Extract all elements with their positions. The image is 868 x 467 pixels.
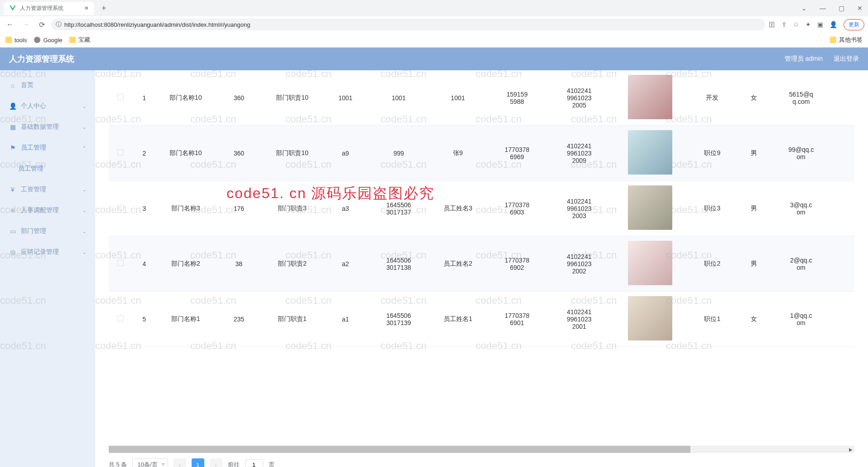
app-title: 人力资源管理系统 [9, 54, 74, 64]
share-icon[interactable]: ⇪ [781, 21, 787, 28]
content-area: 1 部门名称10 360 部门职责10 1001 1001 1001 15915… [95, 70, 868, 467]
chevron-down-icon: ⌄ [82, 104, 86, 109]
cell-avatar [612, 70, 689, 126]
cell-num1: 38 [215, 236, 263, 292]
cell-avatar [612, 292, 689, 347]
scroll-thumb[interactable] [109, 446, 690, 453]
row-checkbox[interactable] [117, 149, 124, 156]
next-page-button[interactable]: › [210, 458, 222, 467]
table-wrapper[interactable]: 1 部门名称10 360 部门职责10 1001 1001 1001 15915… [109, 70, 854, 445]
cell-position: 职位1 [689, 292, 736, 347]
page-size-select[interactable]: 10条/页 [132, 458, 168, 467]
prev-page-button[interactable]: ‹ [174, 458, 186, 467]
goto-prefix: 前往 [228, 461, 240, 467]
cell-code3: 张9 [428, 126, 487, 181]
cell-num1: 235 [215, 292, 263, 347]
goto-suffix: 页 [269, 461, 275, 467]
sidebar-item-recruit[interactable]: ◎应聘记录管理⌄ [0, 242, 95, 263]
cell-code3: 员工姓名3 [428, 181, 487, 236]
maximize-icon[interactable]: ▢ [837, 3, 846, 14]
user-icon: 👤 [9, 102, 16, 110]
bookmark-treasure[interactable]: 宝藏 [69, 36, 90, 44]
new-tab-button[interactable]: + [98, 4, 110, 13]
chevron-down-icon[interactable]: ⌄ [800, 3, 809, 14]
cell-idcard: 4102241 9961023 2002 [547, 236, 612, 292]
minimize-icon[interactable]: — [818, 3, 828, 14]
close-window-icon[interactable]: ✕ [855, 3, 864, 14]
submenu-employee[interactable]: 员工管理 [0, 158, 95, 179]
cell-gender: 女 [736, 70, 772, 126]
sidebar-item-basedata[interactable]: ▦基础数据管理⌄ [0, 117, 95, 137]
url-input[interactable]: ⓘ http://localhost:8080/renliziyuanguanl… [51, 19, 765, 30]
sidebar-item-profile[interactable]: 👤个人中心⌄ [0, 96, 95, 117]
flag-icon: ⚑ [9, 144, 16, 151]
cell-code2: 1645506 3017138 [369, 236, 429, 292]
cell-phone: 1770378 6903 [487, 181, 547, 236]
bookmark-tools[interactable]: tools [5, 37, 27, 44]
cell-code3: 员工姓名1 [428, 292, 487, 347]
cell-email: 99@qq.c om [772, 126, 831, 181]
cell-email: 1@qq.c om [772, 292, 831, 347]
row-checkbox[interactable] [117, 315, 124, 321]
sidebar-item-hr[interactable]: ≡人事调配管理⌄ [0, 200, 95, 221]
reload-button[interactable]: ⟳ [36, 19, 48, 31]
cell-idcard: 4102241 9961023 2003 [547, 181, 612, 236]
cell-phone: 159159 5988 [487, 70, 547, 126]
close-icon[interactable]: ✕ [84, 5, 89, 11]
sidebar-item-home[interactable]: ⌂首页 [0, 75, 95, 96]
back-button[interactable]: ← [4, 19, 16, 30]
cell-gender: 男 [736, 181, 772, 236]
cell-avatar [612, 126, 689, 181]
horizontal-scrollbar[interactable]: ◀ ▶ [109, 446, 854, 453]
profile-icon[interactable]: 👤 [829, 21, 837, 28]
table-row: 3 部门名称3 176 部门职责3 a3 1645506 3017137 员工姓… [109, 181, 854, 236]
tab-bar: 人力资源管理系统 ✕ + ⌄ — ▢ ✕ [0, 0, 868, 16]
sidebar-item-dept[interactable]: ▭部门管理⌄ [0, 221, 95, 242]
cell-dept: 部门名称1 [156, 292, 216, 347]
cell-idcard: 4102241 9961023 2009 [547, 126, 612, 181]
avatar-image [628, 130, 672, 175]
row-checkbox[interactable] [117, 94, 124, 100]
extension-icon[interactable]: ✦ [805, 21, 811, 28]
cell-phone: 1770378 6901 [487, 292, 547, 347]
cell-code1: a3 [322, 181, 369, 236]
goto-input[interactable] [245, 459, 263, 467]
panel-icon[interactable]: ▣ [817, 21, 823, 28]
cell-avatar [612, 236, 689, 292]
cell-gender: 男 [736, 126, 772, 181]
page-1-button[interactable]: 1 [192, 458, 204, 467]
info-icon: ⓘ [56, 20, 62, 29]
logout-button[interactable]: 退出登录 [834, 55, 859, 63]
cell-duty: 部门职责10 [263, 126, 322, 181]
cell-num1: 176 [215, 181, 263, 236]
cell-duty: 部门职责10 [263, 70, 322, 126]
bookmark-other[interactable]: 其他书签 [830, 36, 863, 44]
cell-phone: 1770378 6969 [487, 126, 547, 181]
avatar-image [628, 241, 672, 285]
address-bar: ← → ⟳ ⓘ http://localhost:8080/renliziyua… [0, 16, 868, 33]
sidebar-item-salary[interactable]: ¥工资管理⌄ [0, 179, 95, 200]
grid-icon: ▦ [9, 123, 16, 131]
cell-code2: 1001 [369, 70, 429, 126]
key-icon[interactable]: ⚿ [769, 21, 775, 28]
update-button[interactable]: 更新 [844, 19, 864, 30]
cell-num1: 360 [215, 126, 263, 181]
admin-label[interactable]: 管理员 admin [785, 55, 823, 63]
cell-duty: 部门职责2 [263, 236, 322, 292]
folder-icon [69, 37, 76, 43]
chevron-down-icon: ⌄ [82, 229, 86, 234]
record-icon: ◎ [9, 248, 16, 256]
row-checkbox[interactable] [117, 260, 124, 266]
cell-email: 5615@q q.com [772, 70, 831, 126]
star-icon[interactable]: ☆ [793, 21, 799, 28]
row-checkbox[interactable] [117, 204, 124, 211]
avatar-image [628, 75, 672, 119]
scroll-right-icon[interactable]: ▶ [847, 446, 854, 453]
browser-chrome: 人力资源管理系统 ✕ + ⌄ — ▢ ✕ ← → ⟳ ⓘ http://loca… [0, 0, 868, 48]
browser-tab[interactable]: 人力资源管理系统 ✕ [4, 2, 94, 15]
bookmark-google[interactable]: Google [34, 37, 62, 44]
forward-button[interactable]: → [20, 19, 33, 30]
cell-position: 开发 [689, 70, 736, 126]
sidebar-item-employee[interactable]: ⚑员工管理⌃ [0, 137, 95, 158]
cell-code2: 999 [369, 126, 429, 181]
